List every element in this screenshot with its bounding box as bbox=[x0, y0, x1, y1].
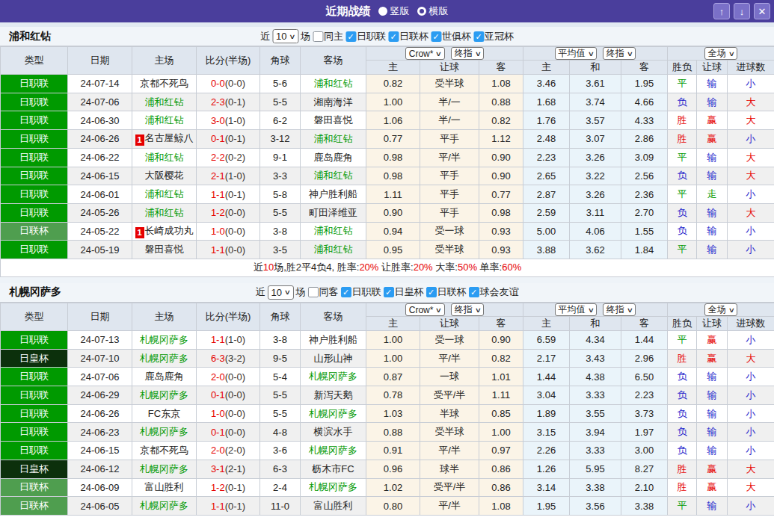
match-row: 日职联24-06-261名古屋鲸八0-1(0-1)3-12浦和红钻0.77平手1… bbox=[1, 130, 774, 149]
match-row: 日职联24-06-15京都不死鸟2-0(2-0)3-6札幌冈萨多0.91平/半0… bbox=[1, 442, 774, 460]
team-name: 札幌冈萨多 bbox=[9, 285, 61, 299]
match-row: 日职联24-07-14京都不死鸟0-0(0-0)5-6浦和红钻0.82受半球1.… bbox=[1, 75, 774, 93]
league-filter[interactable]: ✓日职联 bbox=[341, 285, 381, 299]
match-count-select[interactable]: 10∨ bbox=[272, 29, 298, 43]
score-cell: 1-1(0-1) bbox=[197, 185, 260, 204]
away-team: 浦和红钻 bbox=[301, 130, 366, 149]
league-checkbox[interactable]: ✓ bbox=[469, 287, 479, 297]
match-row: 日职联24-07-06浦和红钻2-3(0-1)5-5湘南海洋1.00半/一0.8… bbox=[1, 93, 774, 111]
close-button[interactable]: ✕ bbox=[754, 3, 770, 19]
league-checkbox[interactable]: ✓ bbox=[473, 31, 484, 42]
bookmaker-select[interactable]: Crow*∨ bbox=[405, 303, 445, 316]
league-filter[interactable]: ✓世俱杯 bbox=[431, 30, 471, 43]
goals-result-cell: 小 bbox=[728, 130, 774, 149]
handicap-line: 受半球 bbox=[420, 75, 479, 93]
handicap-home-odds: 0.78 bbox=[366, 386, 420, 405]
score-cell: 1-0(0-0) bbox=[197, 404, 260, 423]
score-cell: 0-1(0-0) bbox=[197, 423, 260, 442]
summary-part: 60% bbox=[502, 262, 521, 273]
halftime-score: (0-0) bbox=[225, 389, 245, 400]
same-venue-filter[interactable]: 同主 bbox=[313, 30, 343, 43]
odds-time-select-2[interactable]: 终指∨ bbox=[603, 303, 636, 316]
home-team-name: 京都不死鸟 bbox=[140, 445, 188, 456]
halftime-score: (0-1) bbox=[225, 482, 245, 493]
league-label: 日联杯 bbox=[437, 285, 467, 299]
league-checkbox[interactable]: ✓ bbox=[431, 31, 441, 42]
league-filter[interactable]: ✓球会友谊 bbox=[469, 285, 519, 299]
handicap-home-odds: 0.82 bbox=[366, 75, 420, 93]
away-team-name: 札幌冈萨多 bbox=[309, 408, 357, 419]
league-filter[interactable]: ✓日皇杯 bbox=[384, 285, 424, 299]
spacer bbox=[0, 277, 774, 283]
league-filter[interactable]: ✓亚冠杯 bbox=[473, 30, 514, 43]
same-venue-filter[interactable]: 同客 bbox=[308, 285, 339, 299]
league-checkbox[interactable]: ✓ bbox=[384, 287, 394, 297]
score-cell: 1-0(0-0) bbox=[197, 222, 260, 241]
handicap-away-odds: 0.82 bbox=[479, 111, 523, 130]
avg-home-odds: 2.26 bbox=[523, 442, 570, 460]
avg-draw-odds: 3.74 bbox=[570, 93, 621, 111]
fulltime-score: 1-1 bbox=[211, 501, 225, 512]
radio-unselected-icon[interactable] bbox=[417, 7, 426, 16]
fullmatch-select[interactable]: 全场∨ bbox=[704, 303, 738, 316]
result-cell: 负 bbox=[668, 222, 697, 241]
score-cell: 2-2(0-2) bbox=[197, 148, 260, 167]
league-filter[interactable]: ✓日联杯 bbox=[426, 285, 467, 299]
handicap-line: 平手 bbox=[420, 203, 479, 222]
handicap-line: 平/半 bbox=[420, 349, 479, 368]
match-count-select[interactable]: 10∨ bbox=[267, 285, 293, 300]
title-bar: 近期战绩 竖版 横版 ↑ ↓ ✕ bbox=[0, 0, 774, 22]
handicap-home-odds: 1.02 bbox=[366, 478, 420, 497]
league-checkbox[interactable]: ✓ bbox=[426, 287, 437, 297]
summary-part: 20% bbox=[414, 262, 433, 273]
avg-away-odds: 1.84 bbox=[621, 241, 668, 259]
same-venue-checkbox[interactable] bbox=[308, 287, 319, 297]
fullmatch-select[interactable]: 全场∨ bbox=[704, 47, 738, 60]
same-venue-checkbox[interactable] bbox=[313, 31, 323, 42]
league-filter[interactable]: ✓日职联 bbox=[345, 30, 386, 43]
away-team-name: 神户胜利船 bbox=[309, 188, 357, 200]
avg-home-odds: 1.76 bbox=[523, 111, 570, 130]
away-team: 札幌冈萨多 bbox=[301, 478, 366, 497]
away-team: 札幌冈萨多 bbox=[301, 404, 366, 423]
odds-time-select-1[interactable]: 终指∨ bbox=[451, 303, 485, 316]
view-option-horizontal[interactable]: 横版 bbox=[417, 4, 449, 18]
league-checkbox[interactable]: ✓ bbox=[388, 31, 399, 42]
result-cell: 负 bbox=[668, 423, 697, 442]
summary-part: 20% bbox=[359, 262, 378, 273]
bookmaker-select[interactable]: Crow*∨ bbox=[405, 47, 445, 60]
filter-near-label: 近 bbox=[260, 30, 270, 43]
corners-cell: 5-8 bbox=[260, 185, 301, 204]
average-select[interactable]: 平均值∨ bbox=[555, 47, 598, 60]
move-down-button[interactable]: ↓ bbox=[734, 3, 750, 19]
avg-draw-odds: 3.38 bbox=[570, 478, 621, 497]
handicap-line: 平/半 bbox=[420, 442, 479, 460]
league-filter[interactable]: ✓日联杯 bbox=[388, 30, 429, 43]
average-select[interactable]: 平均值∨ bbox=[555, 303, 598, 316]
date-cell: 24-05-26 bbox=[68, 203, 132, 222]
type-cell: 日职联 bbox=[1, 404, 68, 423]
view-option-vertical[interactable]: 竖版 bbox=[378, 4, 410, 18]
col-home: 主场 bbox=[132, 47, 197, 75]
fulltime-score: 0-1 bbox=[211, 133, 225, 144]
type-cell: 日联杯 bbox=[1, 497, 68, 516]
home-team-name: FC东京 bbox=[148, 408, 180, 419]
halftime-score: (0-1) bbox=[225, 501, 245, 512]
league-checkbox[interactable]: ✓ bbox=[341, 287, 351, 297]
score-cell: 2-0(0-0) bbox=[197, 368, 260, 386]
away-team-name: 湘南海洋 bbox=[314, 96, 353, 108]
matches-body: 日职联24-07-13札幌冈萨多1-1(1-0)3-8神户胜利船1.00受一球0… bbox=[1, 331, 774, 516]
date-cell: 24-07-14 bbox=[68, 75, 132, 93]
away-team-name: 札幌冈萨多 bbox=[309, 481, 357, 492]
odds-time-select-1[interactable]: 终指∨ bbox=[451, 47, 485, 60]
home-team-name: 磐田喜悦 bbox=[145, 244, 184, 255]
fullmatch-group-header: 全场∨ bbox=[668, 303, 774, 316]
corners-cell: 5-5 bbox=[260, 386, 301, 405]
league-checkbox[interactable]: ✓ bbox=[345, 31, 356, 42]
handicap-home-odds: 0.94 bbox=[366, 222, 420, 241]
odds-time-select-2[interactable]: 终指∨ bbox=[603, 47, 636, 60]
avg-away-odds: 2.56 bbox=[621, 167, 668, 185]
radio-selected-icon[interactable] bbox=[378, 7, 387, 16]
move-up-button[interactable]: ↑ bbox=[713, 3, 730, 19]
match-row: 日职联24-06-23札幌冈萨多0-1(0-0)4-8横滨水手0.88受半球1.… bbox=[1, 423, 774, 442]
